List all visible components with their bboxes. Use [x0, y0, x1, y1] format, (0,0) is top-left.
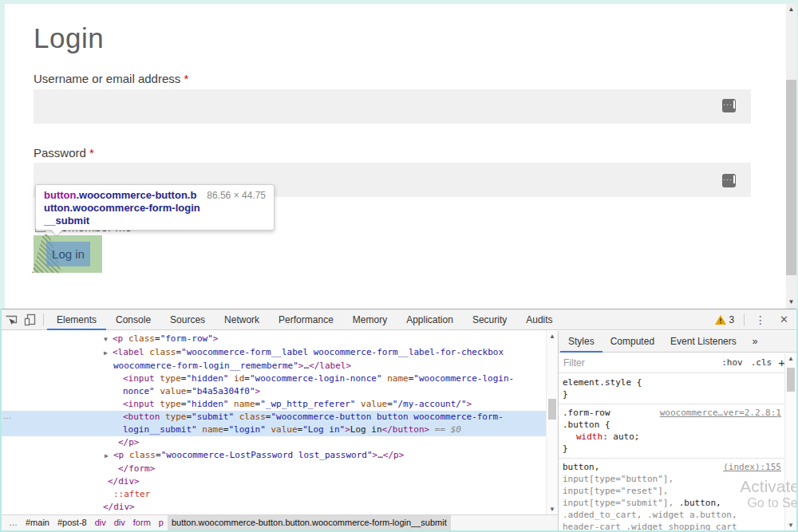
scroll-down-icon[interactable]: ▼ — [785, 522, 796, 529]
code-attr: value — [361, 399, 387, 409]
code-val: "hidden" — [186, 373, 228, 384]
dom-tree-node[interactable]: ▶<label class="woocommerce-form__label w… — [2, 346, 546, 360]
tab-network[interactable]: Network — [215, 309, 269, 330]
tab-memory[interactable]: Memory — [343, 309, 397, 330]
css-rules-list[interactable]: element.style {}.form-rowwoocommerce…ver… — [559, 374, 784, 530]
tab-security[interactable]: Security — [463, 309, 516, 330]
breadcrumb-item[interactable]: p — [155, 515, 168, 531]
login-button[interactable]: Log in — [46, 242, 90, 266]
page-scrollbar[interactable]: ▲ ▼ — [786, 4, 796, 307]
tab-performance[interactable]: Performance — [269, 309, 343, 330]
scroll-up-icon[interactable]: ▲ — [547, 333, 558, 340]
inspect-tooltip-dimensions: 86.56 × 44.75 — [207, 190, 266, 201]
expand-arrow-icon: ▶ — [105, 450, 113, 463]
css-selector: .button, — [674, 498, 721, 508]
code-tag: <label — [113, 347, 149, 357]
breadcrumb: …#main#post-8divdivformpbutton.woocommer… — [2, 514, 558, 530]
styles-panel: StylesComputedEvent Listeners» Filter :h… — [559, 331, 796, 530]
breadcrumb-item[interactable]: button.woocommerce-button.button.woocomm… — [168, 515, 451, 531]
required-asterisk: * — [89, 146, 94, 160]
password-manager-icon[interactable]: ··· — [722, 174, 736, 187]
more-menu-icon[interactable]: ⋮ — [748, 313, 773, 326]
styles-scrollbar-thumb[interactable] — [787, 368, 795, 392]
dom-tree-node[interactable]: </div> — [2, 475, 546, 488]
tab-audits[interactable]: Audits — [516, 309, 562, 330]
console-warnings-badge[interactable]: 3 — [709, 314, 741, 325]
page-background — [5, 4, 786, 309]
toggle-cls[interactable]: .cls — [751, 357, 772, 368]
css-rule[interactable]: element.style {} — [559, 374, 784, 404]
tab-sources[interactable]: Sources — [160, 309, 215, 330]
dom-tree-node[interactable]: </p> — [2, 436, 546, 449]
username-input[interactable] — [34, 89, 751, 124]
dom-tree-node[interactable]: </div> — [2, 501, 546, 514]
css-rule[interactable]: button,(index):155input[type="button"],i… — [559, 459, 784, 530]
dom-tree-node[interactable]: </form> — [2, 463, 546, 475]
elements-scrollbar[interactable]: ▲ ▼ — [546, 331, 558, 514]
close-devtools-icon[interactable]: ✕ — [773, 313, 796, 325]
styles-tab-computed[interactable]: Computed — [602, 331, 662, 353]
code-val: "/my-account/" — [393, 399, 467, 409]
styles-filter-input[interactable]: Filter — [563, 357, 713, 368]
dom-tree-node[interactable]: ▶<p class="woocommerce-LostPassword lost… — [2, 449, 546, 463]
code-pseudo: ::after — [113, 489, 150, 499]
scroll-down-icon[interactable]: ▼ — [547, 506, 558, 513]
css-property-line[interactable]: width: auto; — [563, 431, 783, 443]
code-attr: name — [202, 424, 223, 435]
inspect-element-icon[interactable] — [2, 311, 21, 329]
page-title: Login — [34, 22, 104, 54]
scroll-up-icon[interactable]: ▲ — [785, 355, 796, 362]
stylesheet-source-link[interactable]: woocommerce…ver=2.2.8:1 — [660, 407, 781, 419]
code-val: "woocommerce-login-nonce" — [250, 373, 382, 384]
stylesheet-source-link[interactable]: (index):155 — [723, 461, 781, 473]
code-tag: </button> — [382, 424, 430, 435]
more-tabs-icon[interactable]: » — [745, 331, 766, 353]
css-property-value: : auto; — [602, 432, 639, 442]
css-selector-line: header-cart .widget_shopping_cart — [563, 521, 783, 530]
css-rule[interactable]: .form-rowwoocommerce…ver=2.2.8:1.button … — [559, 404, 784, 459]
breadcrumb-item[interactable]: div — [91, 515, 110, 531]
username-label-text: Username or email address — [34, 72, 184, 85]
code-attr: id — [234, 373, 244, 384]
dom-tree-node[interactable]: ::after — [2, 488, 546, 501]
tooltip-cls: __submit — [44, 215, 89, 227]
devtools-toolbar: ElementsConsoleSourcesNetworkPerformance… — [2, 309, 796, 330]
tab-application[interactable]: Application — [397, 309, 463, 330]
device-toolbar-icon[interactable] — [21, 311, 40, 329]
dom-tree[interactable]: ▼<p class="form-row">▶<label class="wooc… — [2, 331, 546, 514]
scroll-up-icon[interactable]: ▲ — [786, 6, 796, 13]
autofill-dots-icon: ··· — [723, 100, 735, 108]
code-tag: <p — [113, 450, 129, 460]
css-selector: .button { — [563, 420, 610, 430]
toggle-hov[interactable]: :hov — [721, 357, 743, 368]
styles-tab-styles[interactable]: Styles — [560, 331, 602, 353]
styles-scrollbar[interactable]: ▲ ▼ — [784, 353, 796, 530]
dom-tree-node[interactable]: nonce" value="b4a5a304f0"> — [2, 385, 546, 398]
tooltip-selector-line: utton.woocommerce-form-login — [44, 202, 266, 215]
dom-tree-node[interactable]: <button type="submit" class="woocommerce… — [2, 411, 546, 424]
dom-tree-node[interactable]: ▼<p class="form-row"> — [2, 333, 546, 346]
code-tag: > — [467, 399, 472, 409]
css-selector-line: input[type="reset"], — [563, 485, 783, 497]
elements-scrollbar-thumb[interactable] — [548, 399, 556, 420]
css-selector-line: .form-rowwoocommerce…ver=2.2.8:1 — [563, 407, 783, 419]
code-tag: > — [345, 424, 350, 435]
dom-tree-node[interactable]: <input type="hidden" name="_wp_http_refe… — [2, 398, 546, 411]
breadcrumb-item[interactable]: … — [5, 515, 22, 531]
code-gray: == $0 — [429, 424, 461, 435]
styles-tab-event-listeners[interactable]: Event Listeners — [662, 331, 745, 353]
breadcrumb-item[interactable]: form — [129, 515, 155, 531]
password-manager-icon[interactable]: ··· — [722, 99, 736, 112]
gutter-overflow-icon: … — [3, 412, 11, 420]
page-scrollbar-thumb[interactable] — [786, 80, 796, 275]
dom-tree-node[interactable]: woocommerce-form-login__rememberme">…</l… — [2, 360, 546, 372]
scroll-down-icon[interactable]: ▼ — [786, 298, 796, 305]
breadcrumb-item[interactable]: div — [110, 515, 129, 531]
code-tag: <input — [123, 399, 160, 409]
breadcrumb-item[interactable]: #main — [22, 515, 53, 531]
dom-tree-node[interactable]: login__submit" name="login" value="Log i… — [2, 424, 546, 436]
tab-elements[interactable]: Elements — [47, 309, 106, 330]
dom-tree-node[interactable]: <input type="hidden" id="woocommerce-log… — [2, 372, 546, 385]
breadcrumb-item[interactable]: #post-8 — [53, 515, 91, 531]
tab-console[interactable]: Console — [106, 309, 160, 330]
